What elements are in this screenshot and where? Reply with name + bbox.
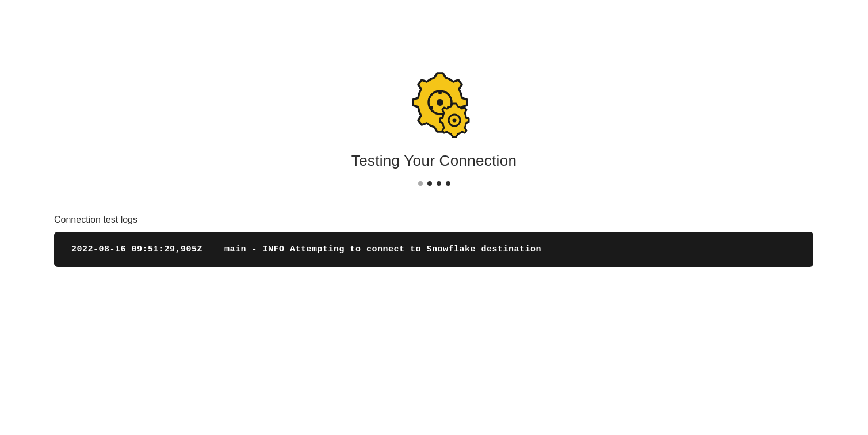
dot-3 [437, 181, 441, 186]
svg-point-6 [452, 119, 456, 123]
log-section-label: Connection test logs [54, 215, 813, 225]
log-console: 2022-08-16 09:51:29,905Z main - INFO Att… [54, 232, 813, 267]
log-line-1: 2022-08-16 09:51:29,905Z main - INFO Att… [71, 245, 796, 254]
svg-point-3 [430, 106, 433, 109]
page-title: Testing Your Connection [351, 152, 517, 170]
loading-dots [418, 181, 450, 186]
dot-2 [427, 181, 432, 186]
log-section: Connection test logs 2022-08-16 09:51:29… [54, 215, 813, 267]
dot-4 [446, 181, 450, 186]
svg-point-1 [437, 99, 443, 106]
main-container: Testing Your Connection Connection test … [0, 0, 868, 267]
gears-icon [397, 69, 472, 138]
svg-point-2 [438, 91, 442, 94]
dot-1 [418, 181, 423, 186]
